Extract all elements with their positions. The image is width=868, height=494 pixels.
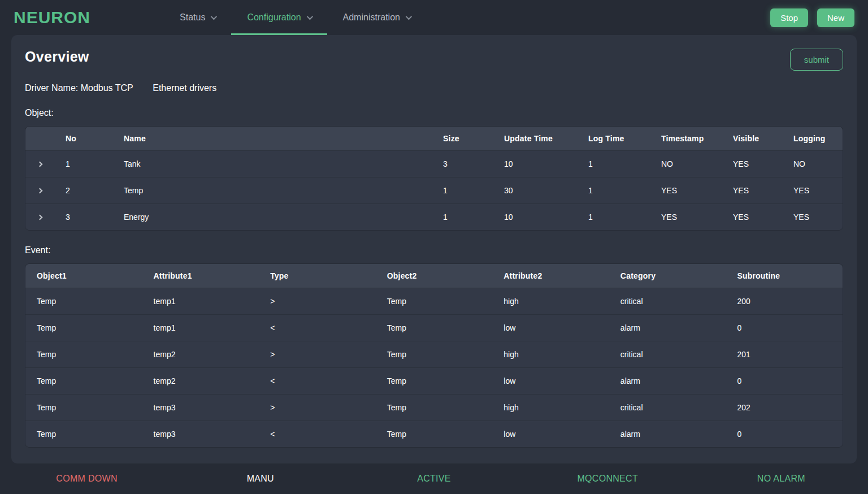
cell-name: Energy (115, 204, 434, 230)
cell-no: 1 (57, 151, 115, 177)
nav-item-administration[interactable]: Administration (327, 0, 426, 35)
status-badge: COMM DOWN (0, 474, 173, 484)
cell-category: critical (609, 341, 726, 367)
cell-object1: Temp (25, 341, 142, 367)
table-row[interactable]: 3 Energy 1 10 1 YES YES YES (25, 203, 843, 230)
cell-size: 1 (434, 177, 495, 203)
cell-type: > (259, 288, 376, 314)
table-row[interactable]: 1 Tank 3 10 1 NO YES NO (25, 150, 843, 177)
row-expander-cell (25, 151, 57, 177)
column-header-attribute2: Attribute2 (492, 264, 609, 288)
chevron-down-icon (406, 14, 412, 20)
nav-item-label: Configuration (247, 12, 301, 23)
cell-category: alarm (609, 421, 726, 447)
cell-object1: Temp (25, 395, 142, 421)
cell-attribute1: temp1 (142, 315, 259, 341)
table-row[interactable]: Temp temp3 < Temp low alarm 0 (25, 421, 843, 447)
cell-attribute2: low (492, 315, 609, 341)
cell-object2: Temp (376, 315, 493, 341)
column-header-expander (25, 127, 57, 150)
object-table-header: No Name Size Update Time Log Time Timest… (25, 127, 843, 150)
cell-size: 3 (434, 151, 495, 177)
nav-item-status[interactable]: Status (164, 0, 231, 35)
cell-logging: YES (784, 177, 843, 203)
row-expander-cell (25, 204, 57, 230)
page-title: Overview (25, 49, 89, 65)
cell-attribute1: temp2 (142, 341, 259, 367)
cell-size: 1 (434, 204, 495, 230)
cell-name: Tank (115, 151, 434, 177)
expand-row-icon[interactable] (37, 214, 43, 220)
status-bar: COMM DOWN MANU ACTIVE MQCONNECT NO ALARM (0, 463, 868, 494)
cell-type: < (259, 315, 376, 341)
object-table-body: 1 Tank 3 10 1 NO YES NO 2 Temp 1 30 1 (25, 150, 843, 230)
table-row[interactable]: Temp temp1 > Temp high critical 200 (25, 288, 843, 314)
cell-visible: YES (724, 151, 784, 177)
nav-actions: Stop New (770, 0, 854, 35)
submit-button[interactable]: submit (790, 49, 843, 71)
table-row[interactable]: Temp temp1 < Temp low alarm 0 (25, 314, 843, 341)
column-header-name: Name (115, 127, 434, 150)
cell-attribute2: high (492, 341, 609, 367)
cell-subroutine: 0 (726, 368, 843, 394)
cell-object2: Temp (376, 288, 493, 314)
driver-info: Driver Name: Modbus TCP Ethernet drivers (25, 83, 843, 93)
cell-no: 2 (57, 177, 115, 203)
new-button[interactable]: New (817, 8, 854, 27)
cell-attribute2: low (492, 368, 609, 394)
cell-object1: Temp (25, 315, 142, 341)
table-row[interactable]: Temp temp3 > Temp high critical 202 (25, 394, 843, 421)
cell-category: critical (609, 288, 726, 314)
cell-object1: Temp (25, 421, 142, 447)
cell-object2: Temp (376, 341, 493, 367)
cell-logging: NO (784, 151, 843, 177)
driver-type-text: Ethernet drivers (153, 83, 216, 93)
status-badge: ACTIVE (347, 474, 520, 484)
cell-visible: YES (724, 177, 784, 203)
status-badge: MQCONNECT (521, 474, 695, 484)
column-header-timestamp: Timestamp (652, 127, 724, 150)
cell-attribute1: temp1 (142, 288, 259, 314)
column-header-attribute1: Attribute1 (142, 264, 259, 288)
cell-attribute2: high (492, 288, 609, 314)
column-header-update-time: Update Time (495, 127, 579, 150)
event-table-header: Object1 Attribute1 Type Object2 Attribut… (25, 264, 843, 288)
row-expander-cell (25, 177, 57, 203)
top-nav: NEURON Status Configuration Administrati… (0, 0, 868, 35)
expand-row-icon[interactable] (37, 161, 43, 167)
table-row[interactable]: Temp temp2 < Temp low alarm 0 (25, 367, 843, 394)
cell-logging: YES (784, 204, 843, 230)
table-row[interactable]: Temp temp2 > Temp high critical 201 (25, 341, 843, 367)
cell-type: > (259, 395, 376, 421)
cell-category: alarm (609, 368, 726, 394)
column-header-type: Type (259, 264, 376, 288)
cell-object2: Temp (376, 395, 493, 421)
main-menu: Status Configuration Administration (164, 0, 426, 35)
stop-button[interactable]: Stop (770, 8, 808, 27)
cell-subroutine: 202 (726, 395, 843, 421)
cell-attribute1: temp3 (142, 421, 259, 447)
brand-logo: NEURON (14, 8, 90, 27)
expand-row-icon[interactable] (37, 188, 43, 193)
status-badge: NO ALARM (695, 474, 868, 484)
cell-no: 3 (57, 204, 115, 230)
column-header-subroutine: Subroutine (726, 264, 843, 288)
cell-update-time: 10 (495, 204, 579, 230)
overview-card: Overview submit Driver Name: Modbus TCP … (11, 35, 857, 463)
column-header-size: Size (434, 127, 495, 150)
cell-timestamp: NO (652, 151, 724, 177)
cell-type: < (259, 421, 376, 447)
nav-item-label: Administration (343, 12, 400, 23)
cell-object2: Temp (376, 368, 493, 394)
column-header-visible: Visible (724, 127, 784, 150)
cell-update-time: 10 (495, 151, 579, 177)
nav-item-configuration[interactable]: Configuration (231, 0, 327, 35)
status-badge: MANU (173, 474, 347, 484)
object-table: No Name Size Update Time Log Time Timest… (25, 126, 843, 231)
table-row[interactable]: 2 Temp 1 30 1 YES YES YES (25, 177, 843, 203)
chevron-down-icon (306, 14, 313, 20)
driver-name-text: Driver Name: Modbus TCP (25, 83, 133, 93)
cell-subroutine: 200 (726, 288, 843, 314)
cell-type: < (259, 368, 376, 394)
cell-category: alarm (609, 315, 726, 341)
